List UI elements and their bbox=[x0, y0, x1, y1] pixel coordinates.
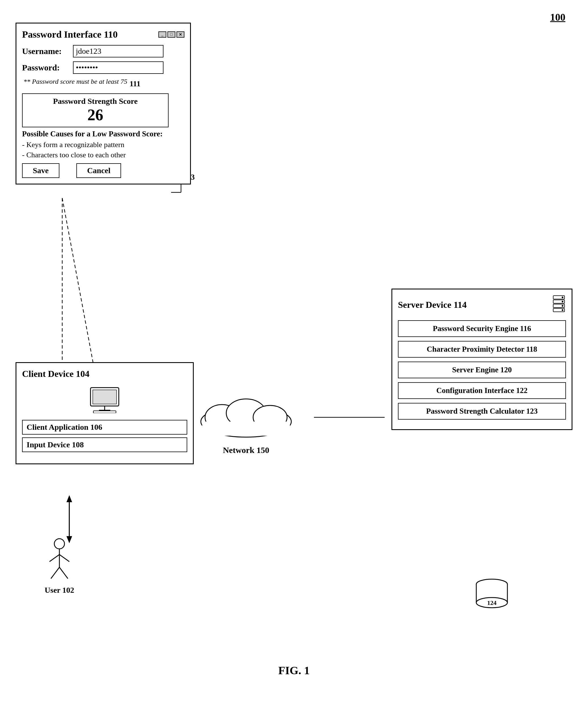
svg-line-42 bbox=[49, 555, 59, 562]
network-label: Network 150 bbox=[192, 445, 300, 455]
strength-score-box: Password Strength Score 26 bbox=[22, 93, 169, 127]
fig-label: FIG. 1 bbox=[278, 664, 310, 677]
svg-rect-19 bbox=[93, 411, 116, 413]
client-device-title: Client Device 104 bbox=[22, 369, 187, 379]
page-number: 100 bbox=[550, 11, 565, 23]
username-label: Username: bbox=[22, 46, 73, 56]
username-row: Username: bbox=[22, 45, 184, 58]
causes-title: Possible Causes for a Low Password Score… bbox=[22, 130, 184, 138]
input-device-box: Input Device 108 bbox=[22, 437, 187, 452]
computer-icon bbox=[22, 385, 187, 414]
label-111: 111 bbox=[130, 79, 140, 88]
window-controls: _ □ ✕ bbox=[158, 31, 184, 38]
password-interface-title: Password Interface 110 _ □ ✕ bbox=[22, 29, 184, 40]
password-note: ** Password score must be at least 75 bbox=[23, 78, 127, 85]
svg-line-44 bbox=[51, 567, 59, 579]
password-row: Password: bbox=[22, 61, 184, 74]
maximize-btn[interactable]: □ bbox=[168, 31, 175, 38]
svg-line-45 bbox=[59, 567, 68, 579]
password-strength-calculator: Password Strength Calculator 123 bbox=[398, 403, 566, 419]
password-interface-box: Password Interface 110 _ □ ✕ Username: P… bbox=[16, 23, 191, 185]
user-figure: User 102 bbox=[44, 538, 75, 595]
password-label: Password: bbox=[22, 63, 73, 72]
password-security-engine: Password Security Engine 116 bbox=[398, 320, 566, 337]
svg-text:124: 124 bbox=[487, 599, 497, 606]
server-device-title: Server Device 114 bbox=[398, 295, 566, 315]
server-icon bbox=[552, 295, 566, 315]
svg-point-29 bbox=[562, 301, 563, 302]
close-btn[interactable]: ✕ bbox=[176, 31, 184, 38]
username-input[interactable] bbox=[73, 45, 164, 58]
button-row: Save Cancel bbox=[22, 163, 184, 178]
server-device-title-text: Server Device 114 bbox=[398, 300, 467, 310]
svg-marker-8 bbox=[66, 495, 72, 502]
network-area: Network 150 bbox=[192, 393, 300, 455]
score-wrapper: Password Strength Score 26 bbox=[22, 93, 176, 127]
cause-2: - Characters too close to each other bbox=[22, 151, 184, 159]
strength-score-value: 26 bbox=[27, 106, 164, 124]
svg-point-33 bbox=[562, 309, 563, 311]
password-interface-title-text: Password Interface 110 bbox=[22, 29, 118, 40]
cancel-button[interactable]: Cancel bbox=[77, 163, 121, 178]
configuration-interface: Configuration Interface 122 bbox=[398, 382, 566, 399]
server-device-box: Server Device 114 Password Security Engi… bbox=[391, 288, 572, 430]
svg-rect-24 bbox=[202, 422, 290, 436]
client-application-box: Client Application 106 bbox=[22, 420, 187, 435]
client-device-box: Client Device 104 Client Application 106… bbox=[16, 362, 194, 464]
svg-line-1 bbox=[62, 198, 96, 379]
password-input[interactable] bbox=[73, 61, 164, 74]
strength-score-label: Password Strength Score bbox=[27, 97, 164, 106]
svg-point-40 bbox=[54, 539, 64, 549]
svg-point-31 bbox=[562, 305, 563, 307]
svg-rect-16 bbox=[93, 390, 116, 404]
minimize-btn[interactable]: _ bbox=[158, 31, 166, 38]
svg-line-43 bbox=[59, 555, 69, 562]
svg-point-27 bbox=[562, 297, 563, 298]
save-button[interactable]: Save bbox=[22, 163, 59, 178]
server-engine: Server Engine 120 bbox=[398, 362, 566, 378]
user-label: User 102 bbox=[44, 586, 75, 595]
cause-1: - Keys form a recognizable pattern bbox=[22, 141, 184, 149]
database-icon: 124 bbox=[474, 577, 510, 609]
character-proximity-detector: Character Proximity Detector 118 bbox=[398, 341, 566, 358]
causes-section: Possible Causes for a Low Password Score… bbox=[22, 130, 184, 159]
